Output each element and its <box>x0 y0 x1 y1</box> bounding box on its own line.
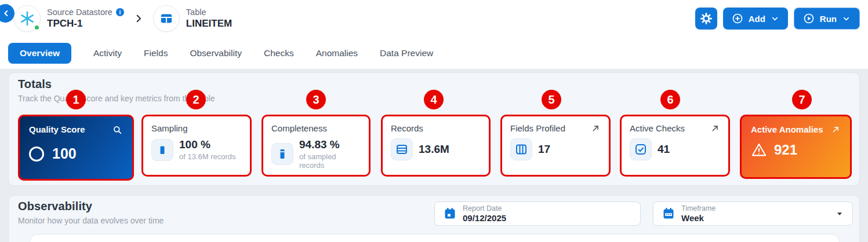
annotation-badge-2: 2 <box>186 90 206 109</box>
play-circle-icon <box>803 13 815 24</box>
datastore-avatar[interactable] <box>14 5 41 32</box>
active-anomalies-card[interactable]: Active Anomalies 921 <box>740 115 852 179</box>
totals-subtitle: Track the Quality Score and key metrics … <box>18 94 215 103</box>
completeness-sub: of sampled records <box>299 152 361 170</box>
table-rows-icon <box>391 138 413 160</box>
sampling-sub: of 13.6M records <box>179 152 236 161</box>
records-value: 13.6M <box>419 143 449 156</box>
dashboard-screen: Source Datastore i TPCH-1 Table <box>0 0 868 242</box>
table-columns-icon <box>510 138 532 160</box>
datastore-name[interactable]: TPCH-1 <box>47 18 124 30</box>
annotation-badge-6: 6 <box>660 90 680 109</box>
table-name[interactable]: LINEITEM <box>186 18 232 30</box>
chevron-down-icon <box>842 14 851 23</box>
records-card[interactable]: Records 13.6M <box>381 115 491 177</box>
fields-profiled-title: Fields Profiled <box>510 123 565 133</box>
fields-profiled-card[interactable]: Fields Profiled 17 <box>500 115 611 177</box>
timeframe-label: Timeframe <box>681 204 716 212</box>
report-date-label: Report Date <box>463 204 506 212</box>
quality-score-card[interactable]: Quality Score 100 <box>18 115 134 181</box>
back-button[interactable] <box>0 4 14 23</box>
gear-icon <box>700 12 713 25</box>
external-link-icon[interactable] <box>831 124 841 134</box>
tab-activity[interactable]: Activity <box>93 48 122 58</box>
warning-triangle-icon <box>751 142 767 158</box>
report-date-field[interactable]: Report Date 09/12/2025 <box>434 201 641 226</box>
tab-overview[interactable]: Overview <box>8 43 71 64</box>
sampling-value: 100 % <box>179 138 236 151</box>
snowflake-icon <box>19 10 35 27</box>
add-button[interactable]: Add <box>723 8 788 30</box>
bar-icon <box>151 139 173 161</box>
observability-chart-card <box>30 234 840 242</box>
calendar-week-icon <box>662 207 675 221</box>
active-anomalies-value: 921 <box>774 142 797 158</box>
table-avatar[interactable] <box>153 5 180 32</box>
observability-subtitle: Monitor how your data evolves over time <box>18 216 164 225</box>
report-date-value: 09/12/2025 <box>463 213 506 223</box>
add-button-label: Add <box>749 14 765 24</box>
active-anomalies-title: Active Anomalies <box>751 124 823 134</box>
source-datastore-label: Source Datastore <box>47 8 112 17</box>
completeness-value: 94.83 % <box>299 138 361 151</box>
tab-observability[interactable]: Observability <box>190 48 242 58</box>
breadcrumb-datastore: Source Datastore i TPCH-1 <box>14 5 124 32</box>
completeness-title: Completeness <box>271 123 327 133</box>
totals-panel: Totals Track the Quality Score and key m… <box>8 72 860 186</box>
observability-title: Observability <box>18 200 92 213</box>
annotation-badge-5: 5 <box>542 90 561 109</box>
annotation-badge-3: 3 <box>306 90 326 109</box>
records-title: Records <box>391 123 423 133</box>
annotation-badge-1: 1 <box>66 90 86 109</box>
active-checks-value: 41 <box>658 143 670 156</box>
check-square-icon <box>630 138 652 160</box>
external-link-icon[interactable] <box>591 123 601 133</box>
timeframe-select[interactable]: Timeframe Week <box>653 201 853 226</box>
caret-down-icon <box>835 209 844 218</box>
plus-circle-icon <box>732 13 743 24</box>
fields-profiled-value: 17 <box>538 143 550 156</box>
chevron-down-icon <box>771 14 779 23</box>
breadcrumb-table: Table LINEITEM <box>153 5 232 32</box>
back-chevron-icon <box>2 9 11 18</box>
annotation-badge-4: 4 <box>424 90 444 109</box>
info-icon[interactable]: i <box>116 8 124 16</box>
circle-score-icon <box>29 146 44 162</box>
sampling-title: Sampling <box>151 123 188 133</box>
quality-score-title: Quality Score <box>29 124 85 134</box>
status-dot <box>34 24 40 31</box>
tab-checks[interactable]: Checks <box>264 48 294 58</box>
header-actions: Add Run <box>695 8 860 30</box>
run-button[interactable]: Run <box>794 8 860 30</box>
active-checks-title: Active Checks <box>630 123 685 133</box>
tab-bar: Overview Activity Fields Observability C… <box>0 37 868 69</box>
tab-anomalies[interactable]: Anomalies <box>316 48 358 58</box>
search-icon[interactable] <box>112 124 123 135</box>
completeness-card[interactable]: Completeness 94.83 % of sampled records <box>262 115 371 177</box>
settings-button[interactable] <box>695 8 717 30</box>
timeframe-value: Week <box>681 213 716 223</box>
quality-score-value: 100 <box>52 145 77 162</box>
run-button-label: Run <box>820 14 837 24</box>
tab-fields[interactable]: Fields <box>144 48 168 58</box>
observability-panel: Observability Monitor how your data evol… <box>8 195 860 242</box>
external-link-icon[interactable] <box>710 123 720 133</box>
calendar-icon <box>443 207 457 221</box>
table-grid-icon <box>159 11 174 26</box>
top-header: Source Datastore i TPCH-1 Table <box>0 0 868 37</box>
active-checks-card[interactable]: Active Checks 41 <box>620 115 730 177</box>
sampling-card[interactable]: Sampling 100 % of 13.6M records <box>141 115 252 177</box>
totals-title: Totals <box>18 78 52 91</box>
annotation-badge-7: 7 <box>792 90 812 109</box>
breadcrumb-chevron-icon <box>133 13 144 24</box>
table-label: Table <box>186 8 206 17</box>
bar-split-icon <box>271 143 293 165</box>
tab-data-preview[interactable]: Data Preview <box>380 48 433 58</box>
